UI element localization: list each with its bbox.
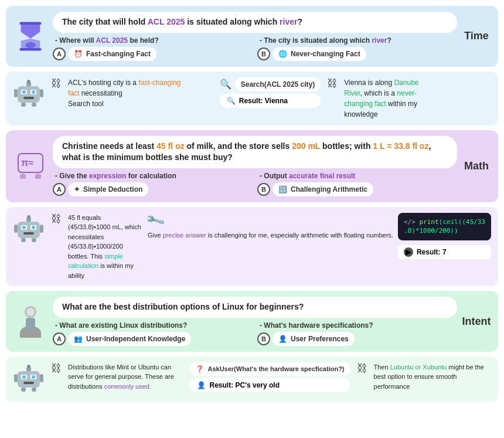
wrench-icon-math: 🔧 bbox=[145, 210, 166, 231]
svg-point-8 bbox=[22, 90, 26, 94]
intent-result-text: Result: PC's very old bbox=[209, 381, 280, 389]
intent-question-area: What are the best distribution options o… bbox=[53, 297, 457, 346]
svg-rect-48 bbox=[21, 388, 26, 392]
svg-rect-19 bbox=[20, 174, 26, 179]
svg-point-36 bbox=[26, 308, 35, 316]
user-prefs-icon: 👤 bbox=[278, 335, 287, 343]
math-subb-text: - Output accurate final result bbox=[257, 172, 457, 180]
user-independent-label: User-Independent Knowledge bbox=[86, 335, 185, 343]
svg-rect-16 bbox=[32, 103, 36, 107]
math-question-area: Christine needs at least 45 fl oz of mil… bbox=[53, 136, 457, 196]
svg-point-45 bbox=[27, 365, 30, 368]
math-a-badge: ✦ Simple Deduction bbox=[68, 182, 148, 196]
math-b-circle: B bbox=[257, 183, 270, 196]
svg-point-12 bbox=[27, 80, 30, 83]
time-left-text: ACL's hosting city is a fast-changingfac… bbox=[68, 77, 215, 109]
question-mark-icon: ❓ bbox=[196, 365, 204, 373]
time-b-badge: 🌐 Never-changing Fact bbox=[273, 47, 366, 61]
svg-text:π≈: π≈ bbox=[21, 158, 33, 168]
intent-chain-left: ⛓ bbox=[49, 362, 63, 375]
time-tool-result: 🔍 Result: Vienna bbox=[220, 94, 321, 108]
intent-label: Intent bbox=[462, 297, 491, 346]
svg-rect-28 bbox=[23, 232, 34, 235]
result-icon-time: 🔍 bbox=[227, 97, 236, 105]
math-section-bottom: ⛓ 45 fl equals (45/33.8)•1000 mL, which … bbox=[6, 207, 498, 287]
intent-subq-a: - What are existing Linux distributions?… bbox=[53, 321, 253, 346]
svg-rect-31 bbox=[14, 225, 18, 233]
never-fact-icon: 🌐 bbox=[278, 50, 287, 58]
time-b-circle: B bbox=[257, 47, 270, 60]
fast-fact-label: Fast-changing Fact bbox=[86, 50, 151, 58]
simple-deduction-icon: ✦ bbox=[74, 185, 80, 193]
math-subq-b: - Output accurate final result B 🔢 Chall… bbox=[257, 172, 457, 196]
main-container: The city that will hold ACL 2025 is situ… bbox=[0, 0, 504, 408]
intent-subb-text: - What's hardware specifications? bbox=[257, 321, 457, 330]
time-suba-text: - Where will ACL 2025 be held? bbox=[53, 36, 253, 45]
time-question-area: The city that will hold ACL 2025 is situ… bbox=[53, 12, 457, 61]
math-b-badge: 🔢 Challenging Arithmetic bbox=[273, 182, 373, 196]
intent-subq-b: - What's hardware specifications? B 👤 Us… bbox=[257, 321, 457, 346]
svg-rect-23 bbox=[18, 222, 40, 238]
intent-tool-ask-row: ❓ AskUser(What's the hardware specficati… bbox=[190, 362, 350, 376]
svg-rect-2 bbox=[19, 22, 41, 24]
svg-rect-37 bbox=[26, 318, 35, 330]
math-section-top: π≈ Christine needs at least 45 fl oz of … bbox=[6, 130, 498, 202]
svg-rect-34 bbox=[32, 238, 36, 242]
hourglass-icon bbox=[15, 21, 46, 52]
svg-point-27 bbox=[32, 226, 35, 229]
time-sub-questions: - Where will ACL 2025 be held? A ⏰ Fast-… bbox=[53, 36, 457, 61]
time-q-river: river bbox=[280, 17, 297, 26]
intent-section-top: What are the best distribution options o… bbox=[6, 291, 498, 352]
intent-sub-questions: - What are existing Linux distributions?… bbox=[53, 321, 457, 346]
robot-svg-math bbox=[13, 213, 45, 245]
intent-question-bubble: What are the best distribution options o… bbox=[53, 297, 457, 318]
time-robot-icon bbox=[13, 77, 45, 111]
svg-rect-49 bbox=[32, 388, 36, 392]
time-label: Time bbox=[462, 12, 491, 61]
time-subb-text: - The city is situated along which river… bbox=[257, 36, 457, 45]
svg-rect-3 bbox=[19, 48, 41, 50]
svg-rect-32 bbox=[40, 225, 43, 233]
simple-deduction-label: Simple Deduction bbox=[83, 185, 142, 193]
person-result-icon: 👤 bbox=[197, 381, 206, 389]
time-search-tool: Search(ACL 2025 city) bbox=[235, 77, 321, 91]
math-sub-questions: - Give the expression for calculation A … bbox=[53, 172, 457, 196]
intent-b-badge: 👤 User Preferences bbox=[273, 332, 355, 346]
time-chain-left: ⛓ bbox=[49, 77, 63, 90]
intent-chain-right: ⛓ bbox=[355, 362, 369, 375]
svg-rect-15 bbox=[21, 103, 26, 107]
math-robot-icon bbox=[13, 213, 45, 247]
intent-section-bottom: ⛓ Distributions like Mint or Ubuntu can … bbox=[6, 356, 498, 402]
time-result-text: Result: Vienna bbox=[239, 97, 288, 105]
intent-a-badge: 👥 User-Independent Knowledge bbox=[68, 332, 191, 346]
intent-a-circle: A bbox=[53, 332, 66, 345]
intent-tool-result: 👤 Result: PC's very old bbox=[190, 378, 350, 392]
svg-marker-0 bbox=[21, 23, 40, 39]
time-subq-b: - The city is situated along which river… bbox=[257, 36, 457, 61]
time-tool-search-row: 🔍 Search(ACL 2025 city) bbox=[220, 77, 321, 91]
math-icon-box: π≈ bbox=[13, 136, 48, 196]
svg-rect-33 bbox=[21, 238, 26, 242]
math-play-result: ▶ Result: 7 bbox=[398, 245, 491, 259]
code-tag-icon: </> bbox=[404, 218, 416, 226]
svg-rect-46 bbox=[14, 374, 18, 382]
time-a-circle: A bbox=[53, 47, 66, 60]
math-question-bubble: Christine needs at least 45 fl oz of mil… bbox=[53, 136, 457, 168]
intent-suba-text: - What are existing Linux distributions? bbox=[53, 321, 253, 330]
search-icon: 🔍 bbox=[220, 79, 231, 90]
fast-fact-icon: ⏰ bbox=[74, 50, 83, 58]
time-q-acl: ACL 2025 bbox=[148, 17, 185, 26]
svg-rect-43 bbox=[23, 382, 34, 384]
math-chain-left: ⛓ bbox=[49, 213, 63, 225]
svg-rect-5 bbox=[18, 86, 40, 103]
svg-point-26 bbox=[22, 226, 26, 229]
intent-b-circle: B bbox=[257, 332, 270, 345]
time-subq-a: - Where will ACL 2025 be held? A ⏰ Fast-… bbox=[53, 36, 253, 61]
svg-rect-14 bbox=[40, 89, 43, 97]
math-icon-svg: π≈ bbox=[15, 151, 46, 181]
math-label: Math bbox=[462, 136, 491, 196]
challenging-arith-icon: 🔢 bbox=[278, 185, 287, 193]
play-button-icon: ▶ bbox=[404, 247, 413, 257]
math-result-text: Result: 7 bbox=[417, 248, 447, 256]
intent-robot-icon bbox=[13, 362, 45, 396]
